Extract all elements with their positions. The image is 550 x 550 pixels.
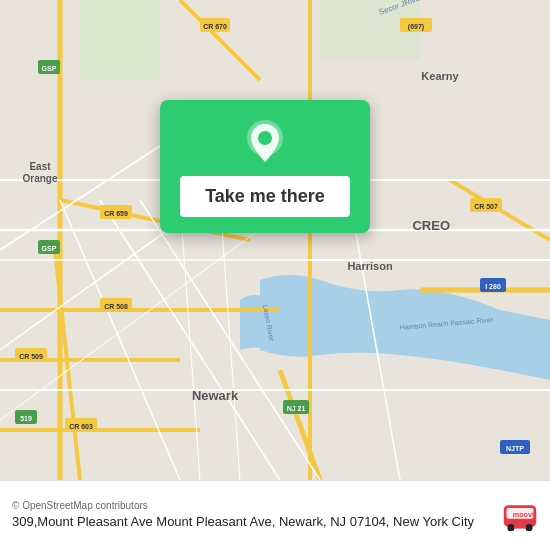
- svg-rect-68: [515, 525, 526, 529]
- location-pin-icon: [241, 118, 289, 166]
- svg-text:CR 670: CR 670: [203, 23, 227, 30]
- svg-text:CR 509: CR 509: [19, 353, 43, 360]
- address-text: 309,Mount Pleasant Ave Mount Pleasant Av…: [12, 513, 502, 531]
- bottom-content: © OpenStreetMap contributors 309,Mount P…: [12, 500, 502, 531]
- moovit-logo: moovit: [502, 498, 538, 534]
- creo-label: CREO: [412, 218, 450, 233]
- svg-text:GSP: GSP: [42, 65, 57, 72]
- svg-text:moovit: moovit: [513, 509, 537, 518]
- svg-marker-1: [80, 0, 160, 80]
- svg-text:NJ 21: NJ 21: [287, 405, 306, 412]
- moovit-icon: moovit: [502, 498, 538, 534]
- svg-text:East: East: [29, 161, 51, 172]
- svg-text:CR 508: CR 508: [104, 303, 128, 310]
- action-card[interactable]: Take me there: [160, 100, 370, 233]
- svg-text:GSP: GSP: [42, 245, 57, 252]
- svg-text:I 280: I 280: [485, 283, 501, 290]
- svg-text:CR 603: CR 603: [69, 423, 93, 430]
- bottom-bar: © OpenStreetMap contributors 309,Mount P…: [0, 480, 550, 550]
- svg-text:519: 519: [20, 415, 32, 422]
- svg-text:Harrison: Harrison: [347, 260, 393, 272]
- map-container: CR 670 GSP GSP CR 659 CR 508 CR 509 519 …: [0, 0, 550, 480]
- svg-point-63: [258, 131, 272, 145]
- svg-text:Orange: Orange: [22, 173, 57, 184]
- svg-text:Newark: Newark: [192, 388, 239, 403]
- svg-point-66: [507, 524, 514, 531]
- svg-text:NJTP: NJTP: [506, 445, 524, 452]
- take-me-there-button[interactable]: Take me there: [180, 176, 350, 217]
- svg-text:Kearny: Kearny: [421, 70, 459, 82]
- attribution: © OpenStreetMap contributors: [12, 500, 502, 511]
- svg-text:CR 507: CR 507: [474, 203, 498, 210]
- svg-point-67: [525, 524, 532, 531]
- svg-text:CR 659: CR 659: [104, 210, 128, 217]
- svg-text:(697): (697): [408, 23, 424, 31]
